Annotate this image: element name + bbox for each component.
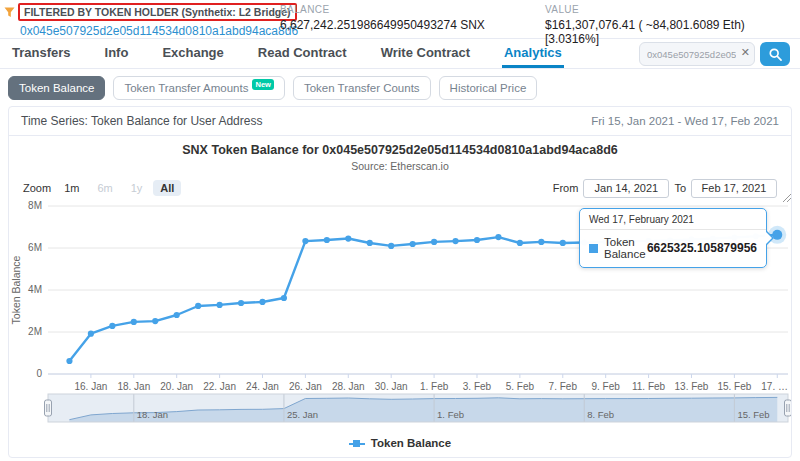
subtab-historical-price[interactable]: Historical Price (439, 76, 538, 100)
zoom-6m-button: 6m (90, 180, 119, 196)
svg-text:6M: 6M (28, 242, 42, 253)
from-label: From (553, 182, 579, 194)
page-header: FILTERED BY TOKEN HOLDER (Synthetix: L2 … (0, 0, 800, 39)
subtab-token-transfer-counts[interactable]: Token Transfer Counts (293, 76, 431, 100)
value-label: VALUE (545, 4, 800, 15)
balance-value: 6,627,242.251986649950493274 SNX (280, 18, 485, 32)
svg-text:8M: 8M (28, 200, 42, 211)
clear-search-icon[interactable]: ✕ (741, 46, 750, 59)
analytics-subtabs: Token BalanceToken Transfer AmountsNewTo… (0, 69, 800, 106)
search-input[interactable] (639, 42, 755, 66)
tab-write-contract[interactable]: Write Contract (379, 39, 472, 68)
y-axis-title: Token Balance (10, 255, 22, 324)
legend-label: Token Balance (371, 437, 451, 449)
legend-marker-icon (349, 439, 365, 448)
tab-analytics[interactable]: Analytics (502, 39, 564, 68)
date-range-inputs: From To (553, 179, 777, 198)
tab-exchange[interactable]: Exchange (160, 39, 225, 68)
svg-text:25. Jan: 25. Jan (287, 409, 318, 420)
subtab-token-balance[interactable]: Token Balance (8, 76, 105, 100)
tooltip-date: Wed 17, February 2021 (580, 209, 766, 230)
filter-funnel-icon (4, 7, 15, 18)
zoom-1y-button: 1y (124, 180, 150, 196)
new-badge: New (252, 79, 273, 90)
legend-item-token-balance[interactable]: Token Balance (9, 437, 791, 449)
x-axis: 16. Jan18. Jan20. Jan22. Jan24. Jan26. J… (48, 374, 788, 392)
filter-badge: FILTERED BY TOKEN HOLDER (Synthetix: L2 … (18, 3, 297, 21)
time-series-title: Time Series: Token Balance for User Addr… (21, 114, 262, 128)
svg-text:1. Feb: 1. Feb (437, 409, 464, 420)
navigator-handle-left[interactable] (45, 400, 52, 416)
tab-info[interactable]: Info (103, 39, 131, 68)
chart-tooltip: Wed 17, February 2021 Token Balance 6625… (579, 208, 767, 268)
chart-area: SNX Token Balance for 0x045e507925d2e05d… (9, 136, 791, 456)
tab-bar: TransfersInfoExchangeRead ContractWrite … (0, 39, 800, 69)
svg-text:18. Jan: 18. Jan (137, 409, 168, 420)
navigator-handle-right[interactable] (785, 400, 792, 416)
search-button[interactable] (760, 42, 790, 66)
tab-read-contract[interactable]: Read Contract (256, 39, 349, 68)
svg-text:4M: 4M (28, 284, 42, 295)
tooltip-value: 6625325.105879956 (647, 241, 757, 255)
svg-text:0: 0 (36, 368, 42, 379)
zoom-all-button[interactable]: All (153, 180, 181, 196)
zoom-label: Zoom (23, 182, 51, 194)
search-icon (769, 48, 782, 61)
token-holder-address-link[interactable]: 0x045e507925d2e05d114534d0810a1abd94aca8… (20, 24, 298, 38)
from-date-input[interactable] (583, 179, 669, 198)
to-label: To (674, 182, 686, 194)
tab-transfers[interactable]: Transfers (10, 39, 73, 68)
balance-label: BALANCE (280, 4, 485, 15)
chart-title: SNX Token Balance for 0x045e507925d2e05d… (9, 143, 791, 157)
zoom-controls: Zoom 1m6m1yAll (23, 180, 181, 196)
chart-navigator[interactable]: 18. Jan25. Jan1. Feb8. Feb15. Feb (9, 391, 791, 431)
to-date-input[interactable] (691, 179, 777, 198)
subtab-token-transfer-amounts[interactable]: Token Transfer AmountsNew (113, 76, 284, 100)
time-series-card: Time Series: Token Balance for User Addr… (8, 106, 792, 458)
tooltip-series-marker (589, 244, 598, 253)
svg-text:15. Feb: 15. Feb (737, 409, 769, 420)
zoom-1m-button[interactable]: 1m (57, 180, 86, 196)
tooltip-series-name: Token Balance (604, 236, 647, 260)
svg-text:2M: 2M (28, 326, 42, 337)
svg-text:8. Feb: 8. Feb (587, 409, 614, 420)
chart-source: Source: Etherscan.io (9, 160, 791, 172)
time-series-date-range: Fri 15, Jan 2021 - Wed 17, Feb 2021 (591, 115, 779, 127)
